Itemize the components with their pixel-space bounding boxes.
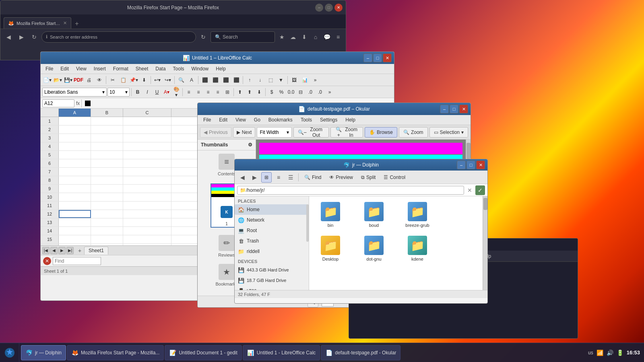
places-item-network[interactable]: 🌐 Network bbox=[235, 215, 309, 225]
dolphin-path-display[interactable]: 📁 /home/jr/ bbox=[237, 186, 464, 195]
calc-inc-decimal-button[interactable]: .0 bbox=[306, 88, 315, 97]
calc-bold-button[interactable]: B bbox=[133, 88, 142, 97]
calc-menu-data[interactable]: Data bbox=[152, 65, 169, 72]
cell-c12[interactable] bbox=[123, 210, 171, 218]
calc-percent-button[interactable]: % bbox=[277, 88, 286, 97]
sheet-first-btn[interactable]: |◀ bbox=[42, 247, 50, 254]
cell-a11[interactable] bbox=[59, 202, 91, 210]
battery-icon[interactable]: 🔋 bbox=[617, 350, 623, 356]
calc-pdf-btn[interactable]: PDF bbox=[74, 75, 83, 85]
calc-valign-top-button[interactable]: ⬆ bbox=[235, 88, 244, 97]
okular-minimize-button[interactable]: – bbox=[440, 105, 449, 113]
firefox-tab-active[interactable]: 🦊 Mozilla Firefox Start Page ✕ bbox=[4, 17, 71, 29]
cell-a1[interactable] bbox=[59, 117, 91, 125]
calc-currency-button[interactable]: $ bbox=[267, 88, 276, 97]
calc-undo-btn[interactable]: ↩▾ bbox=[153, 75, 162, 85]
sheet-prev-btn[interactable]: ◀ bbox=[50, 247, 58, 254]
dolphin-find-button[interactable]: 🔍 Find bbox=[301, 172, 324, 183]
firefox-chat-icon[interactable]: 💬 bbox=[322, 32, 332, 42]
calc-paste-btn[interactable]: 📌▾ bbox=[129, 75, 138, 85]
firefox-refresh-button[interactable]: ↻ bbox=[198, 31, 209, 43]
calc-menu-help[interactable]: Help bbox=[213, 65, 229, 72]
calc-spell-btn[interactable]: A bbox=[187, 75, 196, 85]
places-item-riddell[interactable]: 📁 riddell bbox=[235, 246, 309, 257]
firefox-pocket-icon[interactable]: ⬇ bbox=[299, 32, 310, 42]
calc-autofilter-btn[interactable]: ▼ bbox=[276, 75, 286, 85]
calc-align-right-button[interactable]: ≡ bbox=[204, 88, 213, 97]
cell-c8[interactable] bbox=[123, 176, 171, 184]
cell-a2[interactable] bbox=[59, 125, 91, 134]
cell-c9[interactable] bbox=[123, 185, 171, 193]
calc-thousands-button[interactable]: 0.0 bbox=[287, 88, 295, 97]
okular-previous-button[interactable]: ◀ Previous bbox=[200, 127, 231, 138]
sheet-last-btn[interactable]: ▶| bbox=[66, 247, 74, 254]
okular-browse-button[interactable]: ✋ Browse bbox=[365, 127, 397, 138]
calc-format-number-button[interactable]: ⊟ bbox=[296, 88, 305, 97]
calc-chart-btn[interactable]: 📊 bbox=[300, 75, 310, 85]
firefox-back-button[interactable]: ◀ bbox=[3, 31, 14, 43]
calc-close-button[interactable]: ✕ bbox=[383, 53, 392, 62]
firefox-sync-icon[interactable]: ☁ bbox=[288, 32, 298, 42]
cell-b13[interactable] bbox=[91, 218, 123, 226]
col-header-c[interactable]: C bbox=[123, 109, 171, 117]
cell-c14[interactable] bbox=[123, 227, 171, 235]
cell-a16[interactable] bbox=[59, 244, 91, 245]
firefox-reload-button[interactable]: ↻ bbox=[29, 31, 40, 43]
calc-find-btn[interactable]: 🔍 bbox=[176, 75, 186, 85]
calc-save-btn[interactable]: 💾▾ bbox=[63, 75, 73, 85]
calc-image-btn[interactable]: 🖼 bbox=[289, 75, 299, 85]
calc-find-close-button[interactable]: ✕ bbox=[43, 257, 51, 265]
cell-b4[interactable] bbox=[91, 142, 123, 150]
taskbar-item-firefox[interactable]: 🦊 Mozilla Firefox Start Page - Mozilla..… bbox=[67, 345, 164, 360]
calc-align-justify-button[interactable]: ≡ bbox=[213, 88, 222, 97]
taskbar-item-gedit[interactable]: 📝 Untitled Document 1 - gedit bbox=[165, 345, 242, 360]
calc-maximize-button[interactable]: □ bbox=[373, 53, 382, 62]
cell-a13[interactable] bbox=[59, 218, 91, 226]
places-item-root[interactable]: 💻 Root bbox=[235, 225, 309, 236]
calc-font-color-button[interactable]: A▾ bbox=[162, 88, 171, 97]
cell-b15[interactable] bbox=[91, 235, 123, 243]
cell-b8[interactable] bbox=[91, 176, 123, 184]
dolphin-path-clear-button[interactable]: ✕ bbox=[466, 186, 474, 194]
file-item-boud[interactable]: 📁 boud bbox=[356, 200, 392, 230]
file-item-dot-gnu[interactable]: 📁 dot-gnu bbox=[356, 233, 392, 264]
cell-a5[interactable] bbox=[59, 151, 91, 159]
okular-next-button[interactable]: ▶ Next bbox=[233, 127, 256, 138]
okular-menu-edit[interactable]: Edit bbox=[216, 116, 231, 123]
firefox-forward-button[interactable]: ▶ bbox=[16, 31, 27, 43]
cell-b6[interactable] bbox=[91, 159, 123, 167]
calc-sort-btn[interactable]: ⬚ bbox=[266, 75, 275, 85]
cell-b5[interactable] bbox=[91, 151, 123, 159]
dolphin-minimize-button[interactable]: – bbox=[457, 160, 466, 169]
col-header-b[interactable]: B bbox=[91, 109, 123, 117]
cell-b7[interactable] bbox=[91, 168, 123, 176]
cell-c7[interactable] bbox=[123, 168, 171, 176]
calc-menu-view[interactable]: View bbox=[73, 65, 90, 72]
firefox-star-icon[interactable]: ★ bbox=[277, 32, 287, 42]
col-header-a[interactable]: A bbox=[59, 109, 91, 117]
calc-more-btn[interactable]: » bbox=[310, 75, 320, 85]
calc-open-btn[interactable]: 📂▾ bbox=[53, 75, 62, 85]
calc-highlight-button[interactable]: 🎨▾ bbox=[172, 88, 181, 97]
cell-a7[interactable] bbox=[59, 168, 91, 176]
calc-find-input[interactable] bbox=[53, 257, 101, 265]
cell-b2[interactable] bbox=[91, 125, 123, 134]
firefox-home-icon[interactable]: ⌂ bbox=[310, 32, 321, 42]
okular-zoom-selector[interactable]: Fit Width ▾ bbox=[257, 127, 291, 138]
dolphin-vertical-scrollbar[interactable] bbox=[483, 196, 487, 290]
calc-more2-button[interactable]: » bbox=[325, 88, 334, 97]
places-device-3[interactable]: 📱 LT26w bbox=[235, 286, 309, 290]
dolphin-maximize-button[interactable]: □ bbox=[466, 160, 475, 169]
calc-row-opt-btn[interactable]: ⬛ bbox=[211, 75, 220, 85]
calc-menu-format[interactable]: Format bbox=[110, 65, 132, 72]
cell-c13[interactable] bbox=[123, 218, 171, 226]
calc-menu-insert[interactable]: Insert bbox=[91, 65, 109, 72]
calc-redo-btn[interactable]: ↪▾ bbox=[163, 75, 173, 85]
dolphin-path-confirm-button[interactable]: ✓ bbox=[475, 185, 485, 195]
dolphin-control-button[interactable]: ☰ Control bbox=[380, 172, 409, 183]
cell-b16[interactable] bbox=[91, 244, 123, 245]
calc-merge-button[interactable]: ⊞ bbox=[223, 88, 232, 97]
calc-italic-button[interactable]: I bbox=[143, 88, 152, 97]
cell-a3[interactable] bbox=[59, 134, 91, 142]
file-item-desktop[interactable]: 📁 Desktop bbox=[312, 233, 349, 264]
